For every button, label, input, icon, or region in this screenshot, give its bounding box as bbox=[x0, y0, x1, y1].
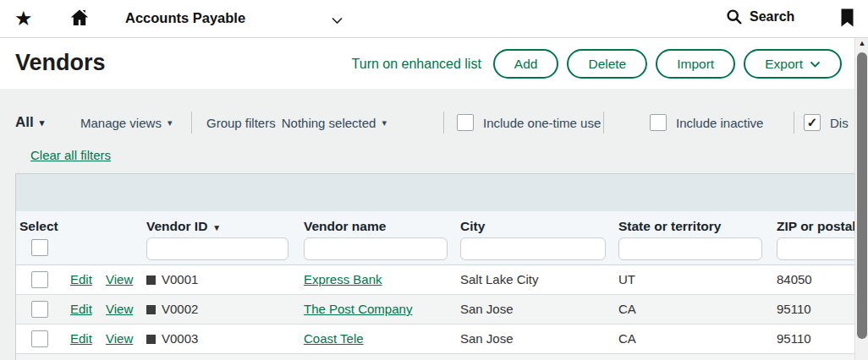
edit-link[interactable]: Edit bbox=[70, 295, 92, 324]
display-label: Dis bbox=[830, 116, 849, 130]
vendors-page: ★ Accounts Payable Search Vendors Turn o… bbox=[0, 0, 868, 360]
state-filter-input[interactable] bbox=[618, 237, 762, 260]
view-link[interactable]: View bbox=[106, 295, 133, 324]
group-filters-dropdown[interactable]: Group filters Nothing selected ▾ bbox=[206, 110, 387, 135]
vendor-status-icon bbox=[146, 335, 156, 344]
column-header-zip: ZIP or postal bbox=[777, 219, 854, 234]
include-one-time-use-label: Include one-time use bbox=[483, 116, 601, 130]
row-checkbox[interactable] bbox=[31, 271, 48, 288]
vendor-id-value: V0002 bbox=[162, 295, 198, 324]
add-button[interactable]: Add bbox=[493, 49, 559, 79]
divider bbox=[443, 112, 444, 134]
vendor-name-link[interactable]: The Post Company bbox=[304, 295, 412, 324]
include-inactive-checkbox[interactable]: Include inactive bbox=[650, 110, 763, 135]
divider bbox=[191, 112, 192, 134]
checkbox-unchecked[interactable] bbox=[650, 114, 667, 131]
table-toolbar-strip bbox=[16, 174, 854, 211]
chevron-down-icon[interactable] bbox=[331, 13, 343, 28]
chevron-down-icon bbox=[810, 61, 821, 68]
divider bbox=[603, 112, 604, 134]
scroll-up-arrow-icon[interactable]: ▲ bbox=[855, 39, 868, 47]
partial-next-row bbox=[16, 354, 854, 360]
table-row: Edit View V0003 Coast Tele San Jose CA 9… bbox=[16, 325, 854, 354]
city-value: San Jose bbox=[460, 325, 514, 353]
vendor-name-link[interactable]: Coast Tele bbox=[304, 325, 364, 353]
vendor-name-link[interactable]: Express Bank bbox=[304, 265, 382, 294]
search-icon bbox=[726, 8, 743, 25]
city-value: San Jose bbox=[460, 295, 514, 324]
favorite-star-icon[interactable]: ★ bbox=[14, 7, 33, 30]
zip-value: 95110 bbox=[777, 295, 811, 324]
view-link[interactable]: View bbox=[106, 325, 133, 353]
view-link[interactable]: View bbox=[106, 265, 133, 294]
page-header: Vendors Turn on enhanced list Add Delete… bbox=[0, 39, 854, 89]
checkbox-checked[interactable]: ✓ bbox=[804, 114, 821, 131]
filter-bar: All ▾ Manage views ▾ Group filters Nothi… bbox=[0, 110, 854, 135]
column-header-select: Select bbox=[19, 219, 58, 234]
caret-down-icon: ▾ bbox=[40, 117, 45, 128]
vendor-id-filter-input[interactable] bbox=[146, 237, 288, 260]
vendor-id-value: V0001 bbox=[162, 265, 198, 294]
column-header-vendor-id[interactable]: Vendor ID▼ bbox=[146, 219, 221, 234]
city-value: Salt Lake City bbox=[460, 265, 539, 294]
search-label: Search bbox=[750, 9, 794, 25]
top-nav-bar: ★ Accounts Payable Search bbox=[0, 0, 868, 38]
zip-filter-input[interactable] bbox=[777, 237, 854, 260]
bookmark-icon[interactable] bbox=[840, 8, 854, 31]
state-value: CA bbox=[618, 325, 636, 353]
state-value: UT bbox=[618, 265, 635, 294]
edit-link[interactable]: Edit bbox=[70, 265, 92, 294]
page-title: Vendors bbox=[15, 50, 106, 76]
caret-down-icon: ▾ bbox=[382, 117, 387, 128]
table-row: Edit View V0001 Express Bank Salt Lake C… bbox=[16, 265, 854, 295]
view-selector-dropdown[interactable]: All ▾ bbox=[15, 110, 44, 135]
sort-desc-icon[interactable]: ▼ bbox=[212, 223, 221, 232]
view-selector-label: All bbox=[15, 114, 34, 131]
zip-value: 95110 bbox=[777, 325, 811, 353]
vendor-status-icon bbox=[146, 305, 156, 314]
display-checkbox[interactable]: ✓ Dis bbox=[804, 110, 849, 135]
column-header-vendor-name: Vendor name bbox=[304, 219, 386, 234]
header-actions: Turn on enhanced list Add Delete Import … bbox=[352, 49, 842, 79]
divider bbox=[794, 112, 794, 134]
import-button[interactable]: Import bbox=[656, 49, 735, 79]
include-one-time-use-checkbox[interactable]: Include one-time use bbox=[457, 110, 601, 135]
vendor-id-value: V0003 bbox=[162, 325, 198, 353]
table-row: Edit View V0002 The Post Company San Jos… bbox=[16, 295, 854, 325]
caret-down-icon: ▾ bbox=[168, 117, 173, 128]
checkbox-unchecked[interactable] bbox=[457, 114, 474, 131]
delete-button[interactable]: Delete bbox=[567, 49, 647, 79]
vertical-scrollbar[interactable]: ▲ bbox=[854, 38, 868, 360]
export-label: Export bbox=[765, 57, 803, 72]
vendors-table: Select Vendor ID▼ Vendor name City State… bbox=[15, 173, 854, 360]
select-all-checkbox[interactable] bbox=[31, 239, 48, 256]
city-filter-input[interactable] bbox=[460, 237, 606, 260]
scrollbar-thumb[interactable] bbox=[857, 52, 867, 339]
include-inactive-label: Include inactive bbox=[676, 116, 763, 130]
row-checkbox[interactable] bbox=[31, 330, 48, 347]
nav-menu-accounts-payable[interactable]: Accounts Payable bbox=[125, 10, 245, 26]
manage-views-dropdown[interactable]: Manage views ▾ bbox=[80, 110, 172, 135]
export-button[interactable]: Export bbox=[744, 49, 842, 79]
column-header-state: State or territory bbox=[618, 219, 721, 234]
search-button[interactable]: Search bbox=[726, 8, 794, 25]
group-filters-value: Nothing selected bbox=[282, 116, 376, 130]
edit-link[interactable]: Edit bbox=[70, 325, 92, 353]
vendor-name-filter-input[interactable] bbox=[304, 237, 448, 260]
enhanced-list-link[interactable]: Turn on enhanced list bbox=[352, 57, 481, 72]
content-section: All ▾ Manage views ▾ Group filters Nothi… bbox=[0, 89, 854, 360]
state-value: CA bbox=[618, 295, 636, 324]
column-header-vendor-id-label: Vendor ID bbox=[146, 219, 207, 233]
manage-views-label: Manage views bbox=[80, 116, 162, 130]
clear-all-filters-link[interactable]: Clear all filters bbox=[30, 148, 111, 162]
table-header: Select Vendor ID▼ Vendor name City State… bbox=[16, 211, 854, 265]
group-filters-label: Group filters bbox=[206, 116, 276, 130]
column-header-city: City bbox=[460, 219, 485, 234]
vendor-status-icon bbox=[146, 275, 156, 285]
row-checkbox[interactable] bbox=[31, 301, 48, 318]
home-icon[interactable] bbox=[69, 8, 90, 31]
zip-value: 84050 bbox=[777, 265, 812, 294]
